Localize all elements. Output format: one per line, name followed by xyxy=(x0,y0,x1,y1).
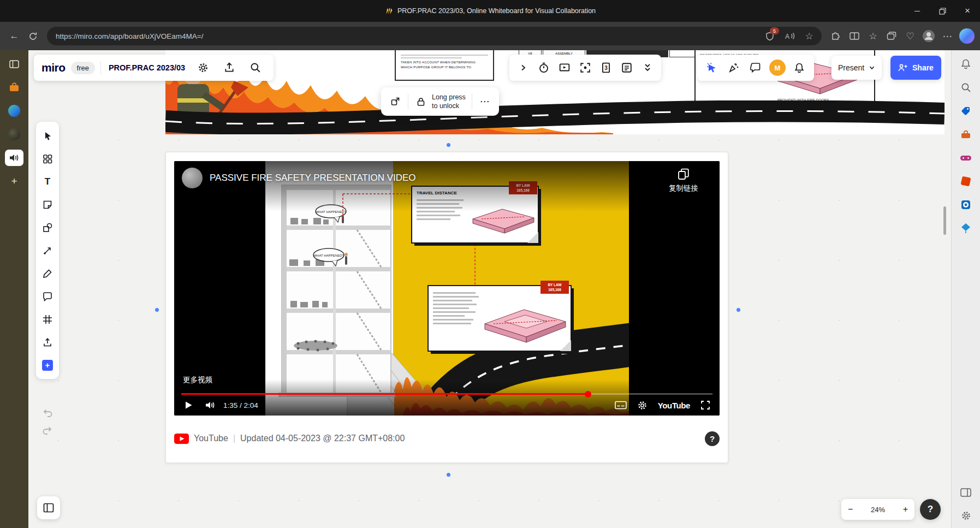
profile-avatar-icon[interactable] xyxy=(920,27,937,45)
laser-pointer-icon[interactable] xyxy=(702,57,722,79)
split-screen-icon[interactable] xyxy=(846,27,863,45)
shapes-icon[interactable] xyxy=(38,216,57,239)
speaker-icon[interactable] xyxy=(5,150,23,166)
zoom-in-icon[interactable]: + xyxy=(903,505,908,514)
open-in-new-icon[interactable] xyxy=(385,91,405,112)
export-glyph-icon xyxy=(224,62,235,73)
present-button[interactable]: Present xyxy=(831,56,882,80)
youtube-embed-card[interactable]: WHAT HAPPENED? WHAT HAPPENED? TRAVEL DIS… xyxy=(165,152,728,463)
video-player[interactable]: WHAT HAPPENED? WHAT HAPPENED? TRAVEL DIS… xyxy=(174,161,720,416)
video-header: PASSIVE FIRE SAFETY PRESENTATION VIDEO 复… xyxy=(182,168,714,193)
favorite-star-icon[interactable]: ☆ xyxy=(802,29,816,43)
shield-icon[interactable]: 5 xyxy=(763,29,777,43)
essentials-icon[interactable]: ♡ xyxy=(901,27,919,45)
help-icon[interactable]: ? xyxy=(920,499,941,520)
edge-app-icon[interactable] xyxy=(5,103,23,119)
lock-icon[interactable] xyxy=(411,91,431,112)
volume-icon[interactable] xyxy=(199,395,221,416)
embed-help-icon[interactable]: ? xyxy=(705,431,720,446)
channel-avatar[interactable] xyxy=(182,168,203,188)
miro-canvas[interactable]: TAKEN INTO ACCOUNT WHEN DETERMINING WHIC… xyxy=(28,50,951,528)
user-avatar[interactable]: M xyxy=(769,60,786,76)
frame-capture-icon[interactable] xyxy=(575,57,596,79)
undo-icon[interactable] xyxy=(42,408,53,418)
open-new-glyph-icon xyxy=(390,97,400,106)
notes-icon[interactable] xyxy=(616,57,637,79)
app-row: + xyxy=(0,50,980,528)
video-title[interactable]: PASSIVE FIRE SAFETY PRESENTATION VIDEO xyxy=(210,173,646,183)
board-title[interactable]: PROF.PRAC 2023/03 xyxy=(106,63,187,72)
sticky-note-icon[interactable] xyxy=(38,193,57,216)
subtitles-icon[interactable] xyxy=(610,395,632,416)
redo-icon[interactable] xyxy=(42,425,53,435)
m365-icon[interactable] xyxy=(959,174,973,188)
more-options-icon[interactable]: ⋯ xyxy=(475,91,495,112)
plan-badge[interactable]: free xyxy=(71,62,95,74)
search-icon[interactable] xyxy=(245,57,266,79)
copilot-icon[interactable] xyxy=(959,28,975,44)
source-label[interactable]: YouTube xyxy=(194,434,228,443)
select-cursor-icon[interactable] xyxy=(38,124,57,147)
back-icon[interactable]: ← xyxy=(5,27,23,45)
more-apps-icon[interactable]: + xyxy=(38,354,57,376)
frames-glyph-icon xyxy=(43,503,54,513)
export-icon[interactable] xyxy=(219,57,240,79)
pen-glyph-icon xyxy=(43,269,52,278)
share-button[interactable]: Share xyxy=(890,56,941,80)
copy-link-button[interactable]: 复制链接 xyxy=(653,168,714,193)
doc-line xyxy=(401,57,462,58)
frame-icon[interactable] xyxy=(38,308,57,330)
app-glyph-icon xyxy=(8,128,20,140)
play-icon[interactable] xyxy=(177,395,199,416)
player-settings-icon[interactable] xyxy=(632,395,654,416)
youtube-player-logo[interactable]: YouTube xyxy=(654,401,694,410)
tools-icon[interactable] xyxy=(959,127,973,141)
outlook-icon[interactable] xyxy=(959,198,973,212)
address-bar[interactable]: https://miro.com/app/board/uXjVOEam4MA=/… xyxy=(47,27,822,45)
chevron-right-icon[interactable] xyxy=(513,57,533,79)
add-icon[interactable]: + xyxy=(5,173,23,189)
collapse-chevrons-icon[interactable] xyxy=(637,57,658,79)
more-icon[interactable]: ⋯ xyxy=(939,27,956,45)
collections-icon[interactable] xyxy=(883,27,900,45)
text-icon[interactable]: T xyxy=(38,170,57,193)
pen-icon[interactable] xyxy=(38,262,57,284)
chat-icon[interactable] xyxy=(745,57,766,79)
games-icon[interactable] xyxy=(959,151,973,165)
upload-icon[interactable] xyxy=(38,331,57,353)
pages-icon[interactable]: 3 xyxy=(596,57,616,79)
doc-text: TAKEN INTO ACCOUNT WHEN DETERMINING WHIC… xyxy=(401,60,488,70)
poster-document[interactable]: TAKEN INTO ACCOUNT WHEN DETERMINING WHIC… xyxy=(395,50,494,81)
sidebar-panel-icon[interactable] xyxy=(959,485,973,500)
fullscreen-icon[interactable] xyxy=(694,395,716,416)
close-button[interactable]: × xyxy=(955,0,980,22)
extensions-icon[interactable] xyxy=(827,27,845,45)
comment-icon[interactable] xyxy=(38,285,57,307)
frames-panel-icon[interactable] xyxy=(37,496,60,519)
app-icon[interactable] xyxy=(5,126,23,143)
reactions-icon[interactable] xyxy=(723,57,744,79)
settings-gear-icon[interactable] xyxy=(193,57,213,79)
canvas-scrollbar[interactable] xyxy=(943,206,946,235)
refresh-icon[interactable] xyxy=(24,27,41,45)
maximize-button[interactable] xyxy=(930,0,955,22)
minimize-button[interactable]: ─ xyxy=(905,0,930,22)
read-aloud-icon[interactable]: A xyxy=(782,29,797,43)
shopping-icon[interactable] xyxy=(959,104,973,118)
screen-share-icon[interactable] xyxy=(554,57,575,79)
drop-icon[interactable] xyxy=(959,221,973,235)
sidebar-search-icon[interactable] xyxy=(959,80,973,94)
avatar-glyph-icon xyxy=(922,29,936,43)
office-app-icon[interactable] xyxy=(5,79,23,96)
favorites-bar-icon[interactable]: ☆ xyxy=(864,27,882,45)
zoom-level[interactable]: 24% xyxy=(871,506,885,514)
timer-icon[interactable] xyxy=(533,57,554,79)
zoom-out-icon[interactable]: − xyxy=(848,505,853,514)
more-videos-link[interactable]: 更多视频 xyxy=(183,375,212,385)
sidebar-bell-icon[interactable] xyxy=(959,57,973,71)
connector-icon[interactable] xyxy=(38,239,57,262)
panel-toggle-icon[interactable] xyxy=(5,56,23,72)
notifications-bell-icon[interactable] xyxy=(789,57,810,79)
sidebar-settings-icon[interactable] xyxy=(959,508,973,523)
templates-icon[interactable] xyxy=(38,147,57,170)
